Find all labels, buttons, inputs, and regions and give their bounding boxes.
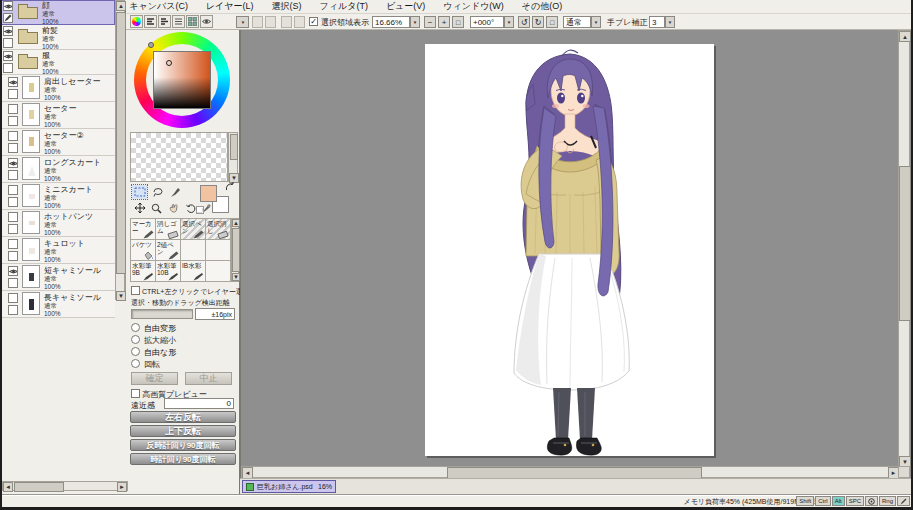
brush-select-pen[interactable]: 選択ペン: [180, 218, 206, 240]
canvas-hscrollbar[interactable]: ◄ ►: [241, 466, 898, 478]
swatches-panel-button[interactable]: [186, 15, 199, 28]
swap-colors-icon[interactable]: [225, 182, 236, 192]
canvas-viewport[interactable]: ▲ ▼ ◄ ►: [240, 30, 913, 478]
menu-selection[interactable]: 選択(S): [263, 0, 311, 13]
rotate-ccw-button[interactable]: [518, 16, 530, 28]
sv-marker[interactable]: [166, 60, 172, 66]
transform-mode-rotate-radio[interactable]: [131, 359, 140, 368]
layer-list-scrollbar[interactable]: ▲ ▼: [115, 0, 125, 300]
layer-edit-checkbox[interactable]: [8, 170, 18, 180]
scratchpad[interactable]: [130, 132, 228, 182]
layer-edit-checkbox[interactable]: [8, 278, 18, 288]
layer-visibility-checkbox[interactable]: [8, 266, 18, 276]
transform-mode-scale-radio[interactable]: [131, 335, 140, 344]
rgb-slider-panel-button[interactable]: [144, 15, 157, 28]
canvas-hscrollbar-thumb[interactable]: [447, 467, 702, 478]
transform-cancel-button[interactable]: 中止: [185, 372, 232, 385]
hand-tool[interactable]: [166, 201, 181, 215]
layer-row-fuku[interactable]: 服 通常 100%: [0, 50, 115, 75]
brush-ib-watercolor[interactable]: IB水彩: [180, 260, 206, 282]
layer-row-kata-sweater[interactable]: 肩出しセーター 通常 100%: [0, 75, 115, 102]
view-mode-dropdown[interactable]: [591, 16, 601, 28]
layer-edit-checkbox[interactable]: [3, 38, 13, 48]
brush-empty-1[interactable]: [180, 239, 206, 261]
menu-filter[interactable]: フィルタ(T): [311, 0, 377, 13]
layer-visibility-checkbox[interactable]: [8, 212, 18, 222]
ctrl-click-layer-checkbox[interactable]: [131, 286, 140, 295]
document-tab[interactable]: 巨乳お姉さん.psd 16%: [242, 480, 336, 493]
layer-visibility-checkbox[interactable]: [8, 185, 18, 195]
zoom-out-button[interactable]: [424, 16, 436, 28]
layer-visibility-checkbox[interactable]: [8, 293, 18, 300]
layer-row-sweater[interactable]: セーター 通常 100%: [0, 102, 115, 129]
layer-edit-checkbox[interactable]: [3, 63, 13, 73]
selection-option-dropdown[interactable]: [236, 16, 249, 28]
layer-row-culottes[interactable]: キュロット 通常 100%: [0, 237, 115, 264]
flip-vertical-button[interactable]: 上下反転: [130, 425, 236, 437]
zoom-dropdown[interactable]: [410, 16, 420, 28]
angle-value-box[interactable]: +000°: [470, 16, 504, 28]
drag-detect-slider[interactable]: [131, 309, 193, 319]
layer-list-hscrollbar[interactable]: ◄ ►: [2, 481, 128, 491]
layer-visibility-checkbox[interactable]: [3, 1, 13, 11]
menu-window[interactable]: ウィンドウ(W): [434, 0, 513, 13]
layer-row-long-camisole[interactable]: 長キャミソール 通常 100%: [0, 291, 115, 300]
menu-view[interactable]: ビュー(V): [377, 0, 434, 13]
color-wheel-panel-button[interactable]: [130, 15, 143, 28]
transform-mode-distort-radio[interactable]: [131, 347, 140, 356]
layer-row-kao[interactable]: 顔 通常 100%: [0, 0, 115, 25]
selection-tool-button-2[interactable]: [265, 16, 276, 28]
transform-mode-free-radio[interactable]: [131, 323, 140, 332]
move-tool[interactable]: [132, 201, 147, 215]
rotate-90-cw-button[interactable]: 時計回り90度回転: [130, 453, 236, 465]
rotate-90-ccw-button[interactable]: 反時計回り90度回転: [130, 439, 236, 451]
brush-empty-2[interactable]: [205, 239, 231, 261]
magic-wand-tool[interactable]: [168, 185, 183, 199]
menu-layer[interactable]: レイヤー(L): [197, 0, 263, 13]
layer-list-scrollbar-thumb[interactable]: [116, 12, 126, 274]
brush-grid-scrollbar[interactable]: ▲ ▼: [231, 218, 239, 282]
layer-edit-checkbox[interactable]: [8, 251, 18, 261]
zoom-in-button[interactable]: [438, 16, 450, 28]
hq-preview-checkbox[interactable]: [131, 389, 140, 398]
layer-visibility-checkbox[interactable]: [8, 131, 18, 141]
brush-select-eraser[interactable]: 選択消し: [205, 218, 231, 240]
brush-binary-pen[interactable]: 2値ペン: [155, 239, 181, 261]
hue-marker[interactable]: [148, 42, 154, 48]
layer-edit-checkbox[interactable]: [8, 224, 18, 234]
layer-row-short-camisole[interactable]: 短キャミソール 通常 100%: [0, 264, 115, 291]
layer-edit-checkbox[interactable]: [8, 143, 18, 153]
selection-tool-button-3[interactable]: [281, 16, 292, 28]
brush-eraser[interactable]: 消しゴム: [155, 218, 181, 240]
layer-visibility-checkbox[interactable]: [8, 77, 18, 87]
layer-list-hscrollbar-thumb[interactable]: [14, 482, 64, 492]
foreground-color-swatch[interactable]: [200, 185, 217, 202]
selection-tool-button-4[interactable]: [294, 16, 305, 28]
layer-edit-checkbox[interactable]: [8, 116, 18, 126]
layer-visibility-checkbox[interactable]: [8, 104, 18, 114]
layer-visibility-checkbox[interactable]: [8, 158, 18, 168]
transform-confirm-button[interactable]: 確定: [131, 372, 178, 385]
hsv-slider-panel-button[interactable]: [158, 15, 171, 28]
brush-empty-3[interactable]: [205, 260, 231, 282]
zoom-value-box[interactable]: 16.66%: [372, 16, 410, 28]
transparent-color-swatch[interactable]: [196, 206, 204, 214]
lasso-tool[interactable]: [150, 185, 165, 199]
mixer-panel-button[interactable]: [172, 15, 185, 28]
layer-edit-checkbox[interactable]: [8, 197, 18, 207]
layer-row-sweater2[interactable]: セーター② 通常 100%: [0, 129, 115, 156]
stabilizer-dropdown[interactable]: [665, 16, 675, 28]
brush-watercolor-10b[interactable]: 水彩筆10B: [155, 260, 181, 282]
view-mode-box[interactable]: 通常: [563, 16, 591, 28]
perspective-input[interactable]: 0: [164, 398, 234, 409]
zoom-reset-button[interactable]: [452, 16, 464, 28]
scratchpad-scrollbar[interactable]: ▼: [228, 132, 238, 182]
scratchpad-panel-button[interactable]: [200, 15, 213, 28]
brush-bucket[interactable]: バケツ: [130, 239, 156, 261]
scratchpad-scrollbar-thumb[interactable]: [230, 134, 238, 160]
layer-visibility-checkbox[interactable]: [8, 239, 18, 249]
selection-display-checkbox[interactable]: [309, 17, 318, 26]
layer-row-maegami[interactable]: 前髪 通常 100%: [0, 25, 115, 50]
layer-visibility-checkbox[interactable]: [3, 51, 13, 61]
canvas-vscrollbar[interactable]: ▲ ▼: [898, 30, 910, 466]
